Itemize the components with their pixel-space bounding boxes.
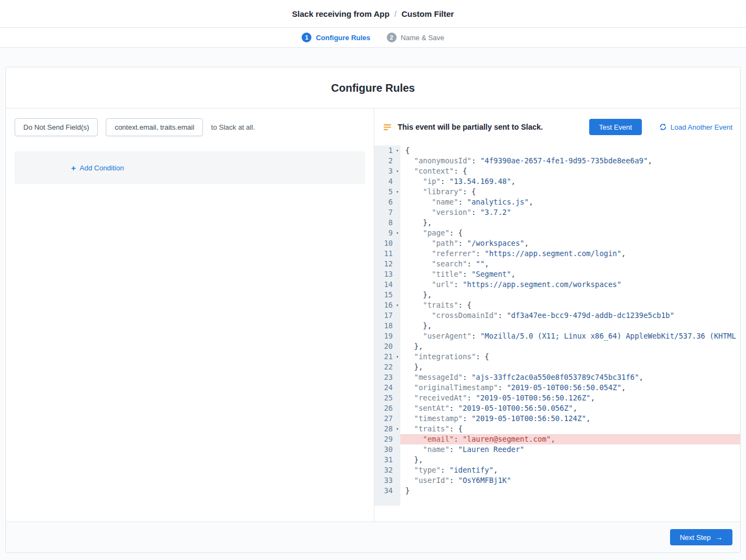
code-line[interactable]: 11 "referrer": "https://app.segment.com/… <box>374 249 740 259</box>
code-line[interactable]: 34} <box>374 486 740 496</box>
code-line[interactable]: 24 "originalTimestamp": "2019-05-10T00:5… <box>374 383 740 393</box>
fold-toggle-icon[interactable]: ▾ <box>394 187 400 197</box>
line-number: 23 <box>374 372 400 383</box>
line-number: 4 <box>374 176 400 187</box>
fold-toggle-icon[interactable]: ▾ <box>394 145 400 156</box>
code-line[interactable]: 2 "anonymousId": "4f9390ae-2657-4fe1-9d9… <box>374 156 740 166</box>
code-text[interactable]: "integrations": { <box>400 352 740 362</box>
code-text[interactable]: }, <box>400 321 740 331</box>
fold-toggle-icon[interactable]: ▾ <box>394 228 400 238</box>
code-text[interactable]: }, <box>400 341 740 352</box>
load-another-event-link[interactable]: Load Another Event <box>659 123 732 131</box>
code-line[interactable]: 30 "name": "Lauren Reeder" <box>374 444 740 455</box>
code-text[interactable]: "type": "identify", <box>400 465 740 475</box>
code-line[interactable]: 28▾ "traits": { <box>374 424 740 434</box>
code-line[interactable]: 19 "userAgent": "Mozilla/5.0 (X11; Linux… <box>374 331 740 341</box>
code-text[interactable]: "crossDomainId": "df3a47ee-bcc9-479d-add… <box>400 310 740 321</box>
rule-suffix-text: to Slack at all. <box>211 123 255 131</box>
code-line[interactable]: 27 "timestamp": "2019-05-10T00:56:50.124… <box>374 413 740 424</box>
code-text[interactable]: "library": { <box>400 187 740 197</box>
code-line[interactable]: 32 "type": "identify", <box>374 465 740 475</box>
line-number: 32 <box>374 465 400 475</box>
code-line[interactable]: 6 "name": "analytics.js", <box>374 197 740 207</box>
line-number: 31 <box>374 455 400 465</box>
line-number: 19 <box>374 331 400 341</box>
code-line[interactable]: 25 "receivedAt": "2019-05-10T00:56:50.12… <box>374 393 740 403</box>
code-text[interactable]: }, <box>400 455 740 465</box>
code-text[interactable]: "originalTimestamp": "2019-05-10T00:56:5… <box>400 383 740 393</box>
step-number-badge: 2 <box>387 33 397 42</box>
code-line[interactable]: 15 }, <box>374 290 740 300</box>
code-text[interactable]: "version": "3.7.2" <box>400 207 740 218</box>
fold-toggle-icon[interactable]: ▾ <box>394 424 400 434</box>
code-line[interactable]: 9▾ "page": { <box>374 228 740 238</box>
next-step-button[interactable]: Next Step → <box>670 529 732 545</box>
code-line[interactable]: 1▾{ <box>374 145 740 156</box>
code-line[interactable]: 26 "sentAt": "2019-05-10T00:56:50.056Z", <box>374 403 740 413</box>
code-text[interactable]: "name": "Lauren Reeder" <box>400 444 740 455</box>
code-line[interactable]: 31 }, <box>374 455 740 465</box>
line-number: 10 <box>374 238 400 249</box>
code-line[interactable]: 21▾ "integrations": { <box>374 352 740 362</box>
rules-panel: Do Not Send Field(s) context.email, trai… <box>6 109 374 521</box>
line-number: 25 <box>374 393 400 403</box>
code-line[interactable]: 5▾ "library": { <box>374 187 740 197</box>
code-text[interactable]: }, <box>400 290 740 300</box>
code-line[interactable]: 20 }, <box>374 341 740 352</box>
wizard-steps-bar: 1 Configure Rules 2 Name & Save <box>0 28 746 48</box>
code-text[interactable]: "title": "Segment", <box>400 269 740 279</box>
code-text[interactable]: "page": { <box>400 228 740 238</box>
test-event-button[interactable]: Test Event <box>589 119 642 135</box>
code-text[interactable]: "name": "analytics.js", <box>400 197 740 207</box>
code-line[interactable]: 16▾ "traits": { <box>374 300 740 310</box>
code-line[interactable]: 4 "ip": "13.54.169.48", <box>374 176 740 187</box>
step-configure-rules[interactable]: 1 Configure Rules <box>302 33 370 42</box>
code-text[interactable]: "timestamp": "2019-05-10T00:56:50.124Z", <box>400 413 740 424</box>
code-line[interactable]: 12 "search": "", <box>374 259 740 269</box>
code-text[interactable]: "path": "/workspaces", <box>400 238 740 249</box>
add-condition-button[interactable]: + Add Condition <box>71 164 124 172</box>
code-text[interactable]: } <box>400 486 740 496</box>
code-text[interactable]: "referrer": "https://app.segment.com/log… <box>400 249 740 259</box>
code-text[interactable]: "anonymousId": "4f9390ae-2657-4fe1-9d95-… <box>400 156 740 166</box>
code-line[interactable]: 14 "url": "https://app.segment.com/works… <box>374 279 740 290</box>
code-text[interactable]: "url": "https://app.segment.com/workspac… <box>400 279 740 290</box>
code-text[interactable]: "sentAt": "2019-05-10T00:56:50.056Z", <box>400 403 740 413</box>
do-not-send-fields-button[interactable]: Do Not Send Field(s) <box>15 118 98 136</box>
step-name-and-save[interactable]: 2 Name & Save <box>387 33 444 42</box>
code-line[interactable]: 22 }, <box>374 362 740 372</box>
code-line[interactable]: 13 "title": "Segment", <box>374 269 740 279</box>
code-text[interactable]: "email": "lauren@segment.com", <box>400 434 740 444</box>
add-condition-label: Add Condition <box>80 164 124 172</box>
code-text[interactable]: "traits": { <box>400 424 740 434</box>
code-line[interactable]: 33 "userId": "OsY6MFBj1K" <box>374 475 740 486</box>
code-text[interactable]: }, <box>400 362 740 372</box>
code-line[interactable]: 29 "email": "lauren@segment.com", <box>374 434 740 444</box>
code-text[interactable]: "traits": { <box>400 300 740 310</box>
code-text[interactable]: "messageId": "ajs-33ffc2ac0a550e8f053789… <box>400 372 740 383</box>
selected-fields-button[interactable]: context.email, traits.email <box>106 118 203 136</box>
code-line[interactable]: 7 "version": "3.7.2" <box>374 207 740 218</box>
refresh-icon <box>659 123 667 131</box>
code-line[interactable]: 18 }, <box>374 321 740 331</box>
code-line[interactable]: 17 "crossDomainId": "df3a47ee-bcc9-479d-… <box>374 310 740 321</box>
code-text[interactable]: "context": { <box>400 166 740 176</box>
fold-toggle-icon[interactable]: ▾ <box>394 300 400 310</box>
code-line[interactable]: 23 "messageId": "ajs-33ffc2ac0a550e8f053… <box>374 372 740 383</box>
line-number: 24 <box>374 383 400 393</box>
code-text[interactable]: "userAgent": "Mozilla/5.0 (X11; Linux x8… <box>400 331 740 341</box>
code-line[interactable]: 10 "path": "/workspaces", <box>374 238 740 249</box>
code-text[interactable]: "ip": "13.54.169.48", <box>400 176 740 187</box>
code-text[interactable]: "search": "", <box>400 259 740 269</box>
code-line[interactable]: 3▾ "context": { <box>374 166 740 176</box>
code-text[interactable]: "userId": "OsY6MFBj1K" <box>400 475 740 486</box>
code-text[interactable]: }, <box>400 218 740 228</box>
fold-toggle-icon[interactable]: ▾ <box>394 166 400 176</box>
code-line[interactable]: 8 }, <box>374 218 740 228</box>
rule-row: Do Not Send Field(s) context.email, trai… <box>15 118 365 136</box>
breadcrumb-source-link[interactable]: Slack receiving from App <box>292 9 390 18</box>
code-text[interactable]: { <box>400 145 740 156</box>
fold-toggle-icon[interactable]: ▾ <box>394 352 400 362</box>
json-editor[interactable]: 1▾{2 "anonymousId": "4f9390ae-2657-4fe1-… <box>374 145 740 506</box>
code-text[interactable]: "receivedAt": "2019-05-10T00:56:50.126Z"… <box>400 393 740 403</box>
